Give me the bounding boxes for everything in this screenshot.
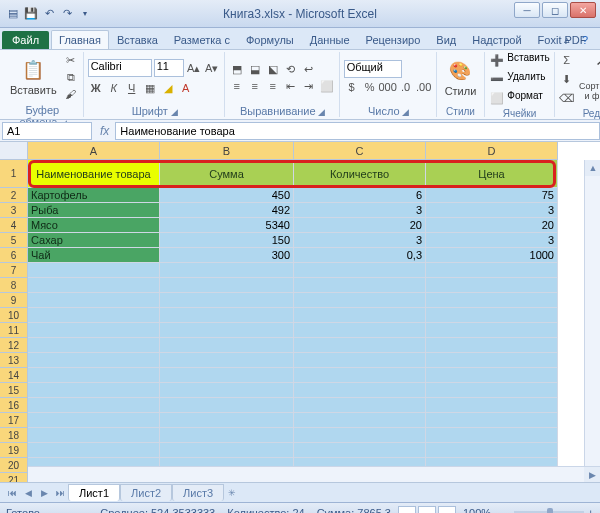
- cell[interactable]: 6: [294, 188, 426, 203]
- cell[interactable]: 450: [160, 188, 294, 203]
- underline-icon[interactable]: Ч: [124, 80, 140, 96]
- row-header[interactable]: 15: [0, 383, 28, 398]
- save-icon[interactable]: 💾: [22, 5, 40, 23]
- styles-button[interactable]: 🎨 Стили: [441, 57, 481, 99]
- cell[interactable]: [28, 398, 160, 413]
- align-launcher-icon[interactable]: ◢: [318, 107, 325, 117]
- cell[interactable]: Сумма: [160, 160, 294, 188]
- increase-decimal-icon[interactable]: .0: [398, 79, 414, 95]
- column-header[interactable]: A: [28, 142, 160, 160]
- cell[interactable]: [28, 338, 160, 353]
- cell[interactable]: [426, 293, 558, 308]
- cell[interactable]: [160, 413, 294, 428]
- align-top-icon[interactable]: ⬒: [229, 61, 245, 77]
- cell[interactable]: 300: [160, 248, 294, 263]
- cell[interactable]: [28, 458, 160, 466]
- number-format-select[interactable]: Общий: [344, 60, 402, 78]
- cell[interactable]: [294, 398, 426, 413]
- cell[interactable]: [28, 353, 160, 368]
- column-header[interactable]: C: [294, 142, 426, 160]
- cell[interactable]: [294, 338, 426, 353]
- cut-icon[interactable]: ✂: [63, 52, 79, 68]
- cell[interactable]: [426, 323, 558, 338]
- number-launcher-icon[interactable]: ◢: [402, 107, 409, 117]
- minimize-button[interactable]: ─: [514, 2, 540, 18]
- cell[interactable]: [426, 428, 558, 443]
- orientation-icon[interactable]: ⟲: [283, 61, 299, 77]
- row-header[interactable]: 1: [0, 160, 28, 188]
- tab-addins[interactable]: Надстрой: [464, 30, 529, 49]
- cell[interactable]: 3: [294, 203, 426, 218]
- cell[interactable]: Наименование товара: [28, 160, 160, 188]
- tab-formulas[interactable]: Формулы: [238, 30, 302, 49]
- row-header[interactable]: 9: [0, 293, 28, 308]
- cell[interactable]: [294, 458, 426, 466]
- cell[interactable]: 20: [294, 218, 426, 233]
- cell[interactable]: [160, 353, 294, 368]
- merge-icon[interactable]: ⬜: [319, 78, 335, 94]
- cell[interactable]: [28, 428, 160, 443]
- currency-icon[interactable]: $: [344, 79, 360, 95]
- cell[interactable]: [426, 413, 558, 428]
- cell[interactable]: [160, 308, 294, 323]
- cell[interactable]: 0,3: [294, 248, 426, 263]
- scroll-right-icon[interactable]: ▶: [584, 467, 600, 483]
- row-header[interactable]: 12: [0, 338, 28, 353]
- close-button[interactable]: ✕: [570, 2, 596, 18]
- format-cell-icon[interactable]: ⬜: [489, 90, 505, 106]
- tab-review[interactable]: Рецензиро: [358, 30, 429, 49]
- maximize-button[interactable]: ◻: [542, 2, 568, 18]
- cell[interactable]: [294, 443, 426, 458]
- wrap-text-icon[interactable]: ↩: [301, 61, 317, 77]
- row-header[interactable]: 21: [0, 473, 28, 482]
- tab-view[interactable]: Вид: [428, 30, 464, 49]
- tab-insert[interactable]: Вставка: [109, 30, 166, 49]
- redo-icon[interactable]: ↷: [58, 5, 76, 23]
- bold-icon[interactable]: Ж: [88, 80, 104, 96]
- row-header[interactable]: 2: [0, 188, 28, 203]
- view-normal-icon[interactable]: [398, 506, 416, 514]
- cell[interactable]: [160, 458, 294, 466]
- cell[interactable]: 492: [160, 203, 294, 218]
- align-middle-icon[interactable]: ⬓: [247, 61, 263, 77]
- align-bottom-icon[interactable]: ⬕: [265, 61, 281, 77]
- cell[interactable]: Цена: [426, 160, 558, 188]
- increase-indent-icon[interactable]: ⇥: [301, 78, 317, 94]
- file-tab[interactable]: Файл: [2, 31, 49, 49]
- select-all-corner[interactable]: [0, 142, 28, 160]
- comma-icon[interactable]: 000: [380, 79, 396, 95]
- row-header[interactable]: 5: [0, 233, 28, 248]
- cell[interactable]: [28, 293, 160, 308]
- cell[interactable]: [426, 263, 558, 278]
- cell[interactable]: 20: [426, 218, 558, 233]
- row-header[interactable]: 3: [0, 203, 28, 218]
- sheet-nav-next-icon[interactable]: ▶: [36, 485, 52, 501]
- cell[interactable]: [426, 353, 558, 368]
- cell[interactable]: 150: [160, 233, 294, 248]
- delete-label[interactable]: Удалить: [507, 71, 545, 87]
- cell[interactable]: [160, 428, 294, 443]
- decrease-indent-icon[interactable]: ⇤: [283, 78, 299, 94]
- row-header[interactable]: 19: [0, 443, 28, 458]
- cell[interactable]: [426, 368, 558, 383]
- row-header[interactable]: 16: [0, 398, 28, 413]
- fx-icon[interactable]: fx: [94, 124, 115, 138]
- row-header[interactable]: 11: [0, 323, 28, 338]
- cell[interactable]: [28, 368, 160, 383]
- zoom-level[interactable]: 100%: [463, 507, 491, 514]
- delete-cell-icon[interactable]: ➖: [489, 71, 505, 87]
- cell[interactable]: [28, 383, 160, 398]
- cell[interactable]: [28, 323, 160, 338]
- view-layout-icon[interactable]: [418, 506, 436, 514]
- cell[interactable]: [28, 443, 160, 458]
- row-header[interactable]: 10: [0, 308, 28, 323]
- cells-area[interactable]: Наименование товараСуммаКоличествоЦенаКа…: [28, 160, 584, 466]
- sheet-nav-last-icon[interactable]: ⏭: [52, 485, 68, 501]
- font-size-select[interactable]: 11: [154, 59, 184, 77]
- cell[interactable]: [294, 263, 426, 278]
- cell[interactable]: [160, 383, 294, 398]
- cell[interactable]: [294, 293, 426, 308]
- row-header[interactable]: 20: [0, 458, 28, 473]
- name-box[interactable]: A1: [2, 122, 92, 140]
- cell[interactable]: 5340: [160, 218, 294, 233]
